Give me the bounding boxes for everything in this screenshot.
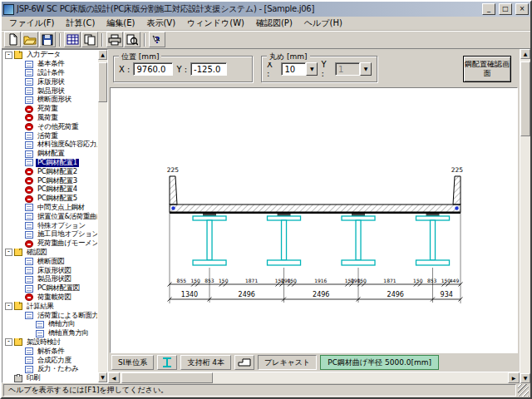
maximize-button[interactable]: □: [499, 3, 512, 15]
tree-expand-icon[interactable]: -: [5, 303, 12, 310]
tree-item[interactable]: 横断面図: [3, 257, 97, 266]
tree-expand-icon[interactable]: -: [5, 338, 12, 346]
tree-item[interactable]: PC鋼材配置4: [3, 185, 97, 195]
tree-item[interactable]: -計算結果: [3, 302, 97, 311]
tree-item[interactable]: 床版形状図: [3, 266, 97, 275]
status-panel: ヘルプを表示するには[F1]を押してください。: [3, 384, 516, 397]
tree-item[interactable]: 基本条件: [3, 60, 97, 69]
vscroll-track[interactable]: [520, 59, 530, 373]
open-file-button[interactable]: [22, 32, 38, 47]
scroll-up-icon[interactable]: ▲: [98, 50, 107, 60]
girder-section-icon[interactable]: [157, 355, 177, 370]
rounding-x-value[interactable]: [281, 62, 306, 76]
tree-item[interactable]: -入力データ: [3, 51, 97, 60]
tree-item[interactable]: PC鋼材配置2: [3, 167, 97, 176]
tree-vertical-scrollbar[interactable]: ▲ ▼: [97, 50, 107, 382]
tree-item[interactable]: 橋軸方向: [3, 320, 97, 329]
tree-item[interactable]: 印刷: [3, 374, 97, 382]
tree-item[interactable]: その他死荷重: [3, 122, 97, 131]
menu-item-5[interactable]: ウィンドウ(W): [181, 17, 250, 30]
resize-grip[interactable]: [518, 384, 529, 397]
tree-item-label: 活荷重による断面力: [36, 311, 97, 320]
menu-item-2[interactable]: 計算(C): [61, 17, 101, 30]
tree-item[interactable]: PC鋼材配置3: [3, 176, 97, 185]
tree-item[interactable]: PC鋼材配置1: [3, 159, 97, 168]
new-file-button[interactable]: [4, 32, 21, 47]
svg-text:449: 449: [449, 278, 459, 283]
tree-item[interactable]: 横断面形状: [3, 96, 97, 105]
menu-item-1[interactable]: ファイル(F): [3, 17, 61, 30]
tree-expand-icon[interactable]: -: [5, 52, 12, 59]
tree-item-label: PC鋼材配置1: [36, 159, 79, 168]
tree-item[interactable]: 中間支点上鋼材: [3, 204, 97, 213]
hscroll-track[interactable]: [120, 372, 508, 383]
tree-item[interactable]: 死荷重: [3, 105, 97, 114]
table-button[interactable]: [64, 32, 81, 47]
scroll-right-icon[interactable]: ▶: [508, 372, 520, 383]
svg-text:934: 934: [440, 291, 452, 298]
vscroll-thumb[interactable]: [520, 62, 530, 136]
precast-button[interactable]: プレキャスト: [258, 355, 317, 370]
close-button[interactable]: ×: [515, 3, 529, 15]
rounding-x-combobox[interactable]: ▼: [281, 62, 318, 76]
tree-scroll-thumb[interactable]: [98, 62, 107, 102]
slab-shape-icon[interactable]: [234, 355, 254, 370]
tree-item[interactable]: PC鋼材配置5: [3, 195, 97, 204]
tree-item[interactable]: 据置位置&活荷重曲げモーメント: [3, 212, 97, 221]
scroll-down-icon[interactable]: ▼: [98, 372, 107, 382]
tree-item[interactable]: -架設時検討: [3, 338, 97, 347]
main-vertical-scrollbar[interactable]: ▲ ▼: [520, 49, 530, 383]
menu-item-7[interactable]: ヘルプ(H): [298, 17, 348, 30]
tree-item[interactable]: PC鋼材配置図: [3, 284, 97, 293]
tree-item[interactable]: 製品形状: [3, 86, 97, 96]
doc-icon: [36, 330, 44, 337]
minimize-button[interactable]: _: [482, 3, 495, 15]
tree-item[interactable]: 死荷重曲げモーメント: [3, 239, 97, 249]
tree-item[interactable]: 活荷重による断面力: [3, 311, 97, 320]
tree-item[interactable]: 製品形状図: [3, 275, 97, 284]
tree-expand-icon[interactable]: -: [5, 249, 12, 256]
tree-item[interactable]: 施工目地オプション: [3, 230, 97, 239]
position-x-field[interactable]: [133, 62, 173, 76]
folder-icon: [14, 303, 22, 310]
chevron-down-icon[interactable]: ▼: [306, 62, 318, 76]
help-button[interactable]: ?: [149, 32, 165, 47]
menu-item-6[interactable]: 確認図(P): [250, 17, 298, 30]
error-icon: [25, 240, 33, 248]
save-button[interactable]: [39, 32, 56, 47]
doc-icon: [25, 276, 33, 283]
tree-scroll-track[interactable]: [98, 60, 107, 372]
svg-text:1871: 1871: [383, 278, 396, 283]
tree-item[interactable]: 鋼材配置: [3, 150, 97, 159]
tree-item[interactable]: 合成応力度: [3, 356, 97, 365]
menu-item-4[interactable]: 表示(V): [140, 17, 181, 30]
drawing-canvas[interactable]: 2252258551508531501871150290150191615029…: [110, 87, 518, 353]
tree-item[interactable]: 風荷重: [3, 114, 97, 123]
copy-button[interactable]: [81, 32, 98, 47]
tree-item[interactable]: 荷重載荷図: [3, 293, 97, 303]
doc-icon: [25, 366, 33, 373]
folder-icon: [14, 338, 22, 346]
rounding-y-value: [335, 62, 360, 76]
hscroll-thumb[interactable]: [121, 372, 213, 383]
doc-icon: [25, 61, 33, 68]
tree-item[interactable]: 橋軸直角方向: [3, 329, 97, 338]
tree-item[interactable]: 特殊オプション: [3, 221, 97, 230]
print-button[interactable]: [106, 32, 123, 47]
position-y-field[interactable]: [190, 62, 227, 76]
tree-item[interactable]: 反力・たわみ: [3, 365, 97, 374]
scroll-left-icon[interactable]: ◀: [108, 372, 120, 383]
tree-item[interactable]: -確認図: [3, 249, 97, 258]
scroll-up-icon[interactable]: ▲: [520, 49, 530, 59]
scroll-down-icon[interactable]: ▼: [520, 373, 530, 383]
tree-item[interactable]: 材料強度&許容応力度: [3, 140, 97, 150]
tree-item[interactable]: 床版形状: [3, 77, 97, 86]
steel-layout-confirm-button[interactable]: 鋼配置確認画面: [463, 56, 511, 82]
menu-item-3[interactable]: 編集(E): [101, 17, 140, 30]
doc-icon: [25, 78, 33, 86]
tree-item[interactable]: 活荷重: [3, 131, 97, 140]
tree-item[interactable]: 解析条件: [3, 347, 97, 356]
print-preview-button[interactable]: [124, 32, 140, 47]
tree-item[interactable]: 設計条件: [3, 69, 97, 78]
main-horizontal-scrollbar[interactable]: ◀ ▶: [108, 372, 520, 383]
